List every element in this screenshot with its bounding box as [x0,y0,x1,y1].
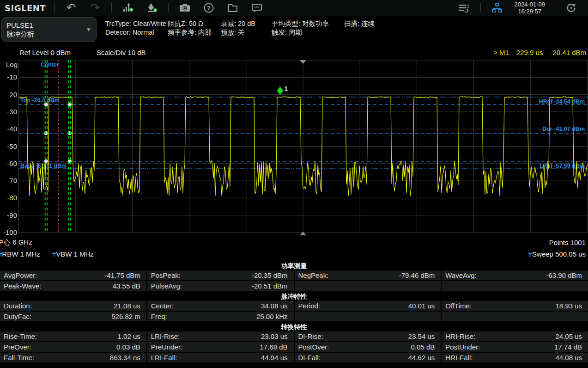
mode-subtitle: 脉冲分析 [6,30,34,38]
sweep-time-label[interactable]: #Sweep 500.05 us [528,250,586,258]
measurement-label: LRI-Fall: [147,354,177,362]
measurement-value: 40.01 us [408,302,441,310]
avg-type-label: 平均类型: 对数功率 [272,19,344,28]
table-row: Rise-Time:1.02 usLRI-Rise:23.03 usDI-Ris… [0,331,588,341]
redo-icon[interactable]: ↷ [87,1,103,14]
svg-text:?: ? [207,5,211,12]
measurement-label: Fall-Time: [0,354,34,362]
scale-div-label[interactable]: Scale/Div 10 dB [97,49,146,56]
time-label: 16:29:57 [515,8,546,15]
trace-add-icon[interactable] [120,1,136,14]
y-axis-tick-label: -40 [7,125,17,133]
vbw-label[interactable]: #VBW 1 MHz [52,250,94,258]
measurement-cell: DI-Rise:23.54 us [295,331,441,341]
table-row: AvgPower:-41.75 dBmPosPeak:-20.35 dBmNeg… [0,270,588,280]
datetime[interactable]: 2024-01-09 16:29:57 [515,1,546,15]
y-axis-tick-label: -90 [7,211,17,219]
measurement-cell: PulseAvg:-20.51 dBm [147,281,294,291]
mode-selector-dropdown[interactable]: PULSE1 脉冲分析 ▼ [1,17,97,42]
y-axis-tick-label: -10 [7,73,17,81]
measurement-label: HRI-Fall: [442,354,473,362]
freq-info-row-1: 中心 6 GHz Points 1001 [0,237,588,248]
measurement-value: -20.51 dBm [252,282,294,290]
mode-title: PULSE1 [6,21,34,30]
measurement-label: DI-Rise: [295,332,323,340]
marker1-number: 1 [284,85,287,92]
date-label: 2024-01-09 [515,1,546,8]
table-row: DutyFac:526.82 mFreq:25.00 kHz [0,312,588,321]
ref-level-row: Ref Level 0 dBm Scale/Div 10 dB > M1 229… [0,46,588,59]
measurement-cell: Center:34.08 us [147,301,294,311]
param-col-impedance: 阻抗Z: 50 Ω 频率参考: 内部 [168,16,221,44]
measurement-label: Duration: [0,302,32,310]
measurement-label: HRI-Rise: [442,332,475,340]
measurement-label: PreUnder: [147,343,182,351]
screenshot-camera-icon[interactable] [177,1,193,14]
param-col-sweep: 扫描: 连续 [344,16,588,44]
ref-level-label[interactable]: Ref Level 0 dBm [19,49,71,56]
points-label: Points 1001 [549,239,586,246]
measurement-cell: NegPeak:-79.46 dBm [295,270,441,280]
measurement-value: 0.05 dB [411,343,441,351]
measurement-value: 24.05 us [555,332,588,340]
measurement-cell: DI-Fall:44.62 us [295,353,441,362]
preamp-label: 预放: 关 [221,28,272,37]
network-icon[interactable] [489,1,505,14]
help-icon[interactable]: ? [201,1,217,14]
file-icon[interactable] [225,1,241,14]
measurement-cell: HRI-Rise:24.05 us [442,331,588,341]
message-icon[interactable] [249,1,265,14]
center-top-triangle-icon [300,60,306,64]
measurement-value: 17.68 dB [260,343,293,351]
measurement-cell: Peak-Wave:43.55 dB [0,281,146,291]
measurement-label: DutyFac: [0,313,31,320]
measurement-value: -20.35 dBm [252,271,294,279]
system-menu-icon[interactable] [456,1,472,14]
toolbar-separator [555,3,555,12]
measurement-label: PostOver: [295,343,329,351]
y-axis-tick-label: -60 [7,159,17,167]
impedance-label: 阻抗Z: 50 Ω [168,19,221,28]
measurement-tables: 功率测量AvgPower:-41.75 dBmPosPeak:-20.35 dB… [0,261,588,362]
reset-icon[interactable] [564,1,579,14]
measurement-cell: PreOver:0.03 dB [0,342,146,352]
measurement-value: 21.08 us [114,302,146,310]
marker1-diamond-icon[interactable] [277,86,283,95]
y-axis-tick-label: -50 [7,142,17,150]
measurement-label: PostUnder: [442,343,480,351]
param-col-atten: 衰减: 20 dB 预放: 关 [221,16,272,44]
empty-cell [442,281,588,291]
table-section-title: 功率测量 [0,261,588,270]
measurement-value: 0.03 dB [116,343,146,351]
toolbar-separator [55,3,55,12]
parameter-bar: PULSE1 脉冲分析 ▼ TrcType: Clear/Write Detec… [0,16,588,44]
measurement-value: 17.74 dB [554,343,588,351]
measurement-label: DI-Fall: [295,354,321,362]
ref-line-label-top: Top -20.4 dBm [20,97,60,104]
table-section-title: 转换特性 [0,322,588,331]
center-bottom-triangle-icon [300,232,306,235]
measurement-value: 23.54 us [408,332,441,340]
peak-marker-add-icon[interactable] [144,1,160,14]
y-axis-tick-label: -20 [7,91,17,98]
measurement-label: NegPeak: [295,271,329,279]
measurement-value: 44.62 us [408,354,441,362]
pulse-trace-chart[interactable]: Log-10-20-30-40-50-60-70-80-90-100HRef -… [0,59,588,237]
measurement-value: 1.02 us [118,332,146,340]
measurement-cell: Duration:21.08 us [0,301,146,311]
rbw-label[interactable]: #RBW 1 MHz [0,250,40,258]
undo-icon[interactable]: ↶ [63,1,79,14]
marker1-prefix: > M1 [493,49,509,56]
freq-ref-label: 频率参考: 内部 [168,28,221,37]
measurement-cell: Fall-Time:863.34 ns [0,353,146,362]
siglent-logo: SIGLENT [5,3,46,13]
measurement-cell: Rise-Time:1.02 us [0,331,146,341]
center-freq-label[interactable]: 中心 6 GHz [0,238,32,247]
measurement-cell: WaveAvg:-63.90 dBm [442,270,588,280]
measurement-cell: Period:40.01 us [295,301,441,311]
param-col-trace: TrcType: Clear/Write Detecor: Normal [105,16,168,44]
measurement-cell: Freq:25.00 kHz [147,312,294,321]
measurement-label: OffTime: [442,302,472,310]
detector-label: Detecor: Normal [105,28,168,37]
measurement-value: 25.00 kHz [256,313,294,320]
